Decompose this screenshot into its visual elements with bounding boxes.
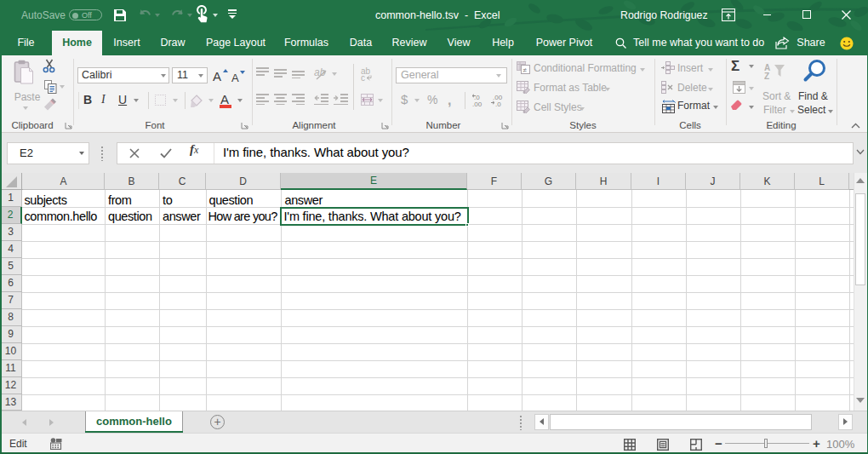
svg-text:.00: .00 <box>472 101 483 107</box>
svg-text:Z: Z <box>764 72 769 80</box>
svg-text:.0: .0 <box>495 101 501 107</box>
svg-text:c: c <box>361 73 365 81</box>
svg-text:≠: ≠ <box>523 66 528 74</box>
